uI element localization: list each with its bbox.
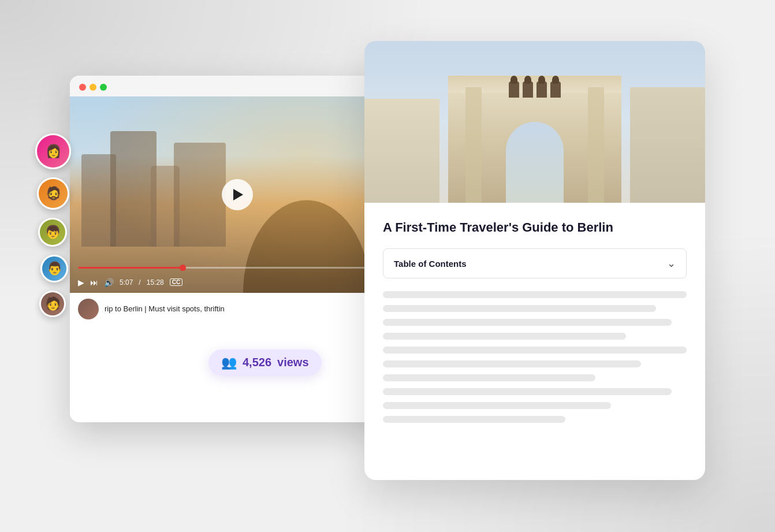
column-right [588,87,604,203]
time-display: 5:07 [120,278,133,287]
progress-fill [78,267,183,269]
content-line [383,319,672,326]
floating-avatars: 👩 🧔 👦 👨 🧑 [38,133,71,317]
video-thumbnail-avatar [78,299,99,319]
column-left [465,87,482,203]
views-badge: 👥 4,526 views [208,349,322,376]
avatar-5: 🧑 [39,291,66,317]
volume-icon[interactable]: 🔊 [104,278,114,287]
chevron-down-icon: ⌄ [667,257,676,270]
views-count: 4,526 [243,356,271,369]
content-line [383,305,656,312]
article-content: A First-Time Traveler's Guide to Berlin … [364,203,705,440]
avatar-4: 👨 [40,255,68,282]
figure-4 [550,81,561,98]
video-area: ▶ ⏭ 🔊 5:07 / 15:28 CC [70,96,405,293]
figure-2 [523,81,533,98]
avatar-face-4: 👨 [42,256,66,281]
arch-figures [509,81,561,98]
time-separator: / [139,278,140,287]
video-title: rip to Berlin | Must visit spots, thrift… [105,304,225,313]
content-line [383,388,672,395]
time-total: 15:28 [147,278,164,287]
tl-yellow [90,84,96,91]
tl-red [79,84,86,91]
main-scene: ▶ ⏭ 🔊 5:07 / 15:28 CC rip to Berlin | Mu… [70,41,705,492]
content-lines [383,291,687,423]
avatar-face [78,299,99,319]
views-label: views [277,356,308,369]
avatar-1: 👩 [35,133,71,169]
content-line [383,374,595,381]
skip-next-icon[interactable]: ⏭ [90,278,98,287]
arch-opening [506,122,564,203]
play-button[interactable] [222,179,253,210]
arch-scene [364,41,705,203]
content-line [383,402,611,409]
toc-dropdown[interactable]: Table of Contents ⌄ [383,248,687,278]
progress-track[interactable] [78,267,397,269]
avatar-face-3: 👦 [40,220,65,245]
tl-green [100,84,107,91]
avatar-3: 👦 [38,218,67,247]
content-line [383,347,687,354]
content-line [383,416,565,423]
article-card: A First-Time Traveler's Guide to Berlin … [364,41,705,480]
article-hero-image [364,41,705,203]
progress-row [70,267,405,269]
video-controls: ▶ ⏭ 🔊 5:07 / 15:28 CC [70,278,405,287]
avatar-face-5: 🧑 [41,292,64,315]
avatar-2: 🧔 [37,177,69,210]
avatar-face-1: 👩 [37,135,69,168]
content-line [383,333,626,340]
play-pause-icon[interactable]: ▶ [78,278,84,287]
figure-1 [509,81,519,98]
views-icon: 👥 [221,355,237,370]
progress-dot [180,265,186,271]
figure-3 [536,81,547,98]
avatar-face-2: 🧔 [39,179,68,208]
article-title: A First-Time Traveler's Guide to Berlin [383,219,687,236]
toc-label: Table of Contents [394,259,467,269]
video-title-bar: rip to Berlin | Must visit spots, thrift… [70,293,405,325]
content-line [383,291,687,298]
play-icon [233,189,243,200]
video-card: ▶ ⏭ 🔊 5:07 / 15:28 CC rip to Berlin | Mu… [70,76,405,422]
traffic-lights [70,76,405,96]
content-line [383,360,641,367]
cc-badge[interactable]: CC [170,278,182,286]
